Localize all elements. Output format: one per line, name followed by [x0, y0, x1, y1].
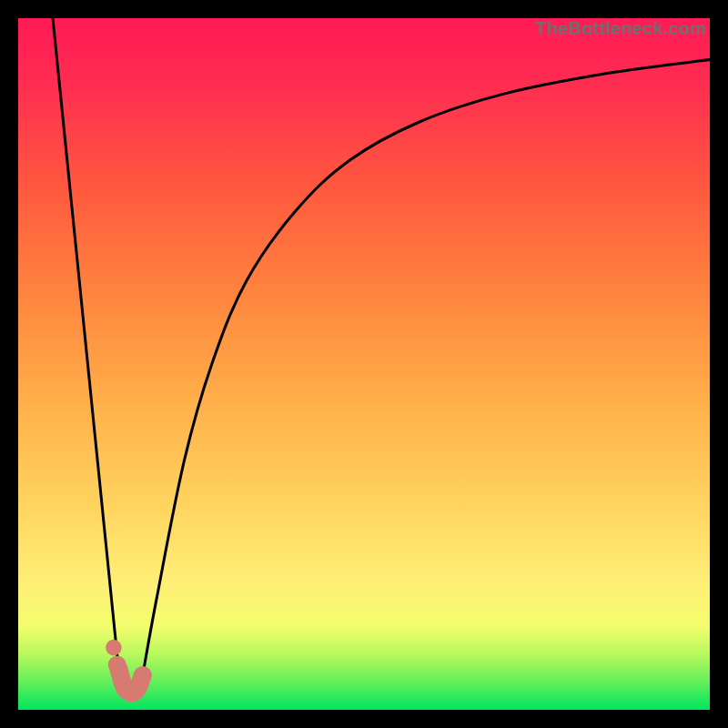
watermark-text: TheBottleneck.com: [535, 18, 706, 39]
marker-dot: [106, 640, 122, 656]
chart-canvas: [18, 18, 710, 710]
marker-dot: [108, 656, 126, 674]
chart-background: [18, 18, 710, 710]
chart-frame: TheBottleneck.com: [18, 18, 710, 710]
